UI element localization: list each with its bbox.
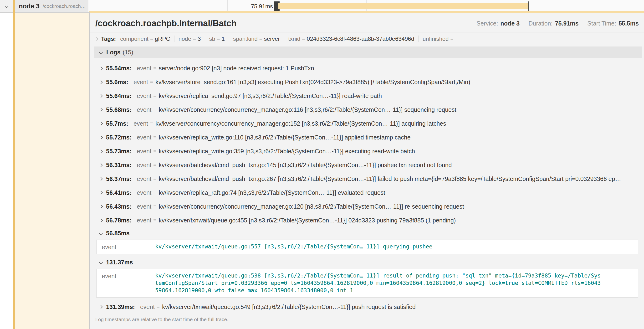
log-timestamp: 55.64ms: xyxy=(106,92,132,100)
logs-footer-note: Log timestamps are relative to the start… xyxy=(94,315,642,326)
log-timestamp: 55.7ms: xyxy=(106,120,128,127)
tag-value: 3 xyxy=(198,36,201,42)
tag-key: unfinished xyxy=(422,36,448,42)
log-message: kv/kvserver/batcheval/cmd_push_txn.go:14… xyxy=(159,162,452,168)
meta-label: Service: xyxy=(476,20,498,27)
log-row[interactable]: 56.31ms: event = kv/kvserver/batcheval/c… xyxy=(100,158,642,172)
logs-count: (15) xyxy=(123,49,133,56)
log-row[interactable]: 56.43ms: event = kv/kvserver/concurrency… xyxy=(100,200,642,213)
equals-sign: = xyxy=(217,36,220,42)
tag-key: component xyxy=(120,36,148,42)
log-row-expanded[interactable]: 131.37ms xyxy=(100,256,642,268)
chevron-down-icon xyxy=(99,50,103,54)
chevron-right-icon xyxy=(100,108,103,112)
tag-key: sb xyxy=(209,36,215,42)
log-field-key: event xyxy=(102,243,155,250)
log-field-key: event xyxy=(137,162,151,168)
tag-node: node = 3 xyxy=(178,36,201,42)
meta-value: 75.91ms xyxy=(555,20,579,27)
log-row[interactable]: 55.7ms: event = kv/kvserver/concurrency/… xyxy=(100,116,642,130)
log-message: kv/kvserver/concurrency/concurrency_mana… xyxy=(159,106,456,113)
log-message: kv/kvserver/replica_write.go:359 [n3,s3,… xyxy=(159,148,415,155)
equals-sign: = xyxy=(259,36,262,42)
log-field-key: event xyxy=(134,120,148,127)
tag-separator xyxy=(174,36,174,42)
equals-sign: = xyxy=(153,106,156,113)
log-row[interactable]: 56.78ms: event = kv/kvserver/txnwait/que… xyxy=(100,213,642,227)
log-tick-mark xyxy=(528,2,529,11)
chevron-down-icon xyxy=(99,260,103,264)
log-row[interactable]: 55.6ms: event = kv/kvserver/store_send.g… xyxy=(100,75,642,89)
selected-row-highlight-column xyxy=(15,13,90,329)
chevron-right-icon xyxy=(100,66,103,70)
equals-sign: = xyxy=(153,162,156,168)
log-timestamp: 55.68ms: xyxy=(106,106,132,113)
chevron-right-icon xyxy=(100,122,103,126)
log-timestamp: 56.43ms: xyxy=(106,203,132,210)
log-row[interactable]: 55.64ms: event = kv/kvserver/replica_sen… xyxy=(100,89,642,103)
log-message: kv/kvserver/concurrency/concurrency_mana… xyxy=(156,120,446,127)
equals-sign: = xyxy=(153,217,156,224)
log-timestamp: 131.39ms: xyxy=(106,304,135,310)
log-tick-mark xyxy=(275,2,276,11)
log-field-key: event xyxy=(137,148,151,155)
meta-duration: Duration: 75.91ms xyxy=(528,20,578,27)
log-row-expanded[interactable]: 56.85ms xyxy=(100,227,642,239)
tag-key: node xyxy=(178,36,191,42)
log-row[interactable]: 55.73ms: event = kv/kvserver/replica_wri… xyxy=(100,144,642,158)
log-message: kv/kvserver/replica_raft.go:74 [n3,s3,r6… xyxy=(159,189,385,196)
equals-sign: = xyxy=(156,304,160,310)
logs-title: Logs xyxy=(106,49,120,56)
log-event-detail: event kv/kvserver/txnwait/queue.go:557 [… xyxy=(96,240,638,254)
log-timestamp: 56.37ms: xyxy=(106,176,132,182)
equals-sign: = xyxy=(150,36,153,42)
span-duration-bar[interactable] xyxy=(278,3,528,9)
tag-sb: sb = 1 xyxy=(209,36,225,42)
log-row[interactable]: 55.68ms: event = kv/kvserver/concurrency… xyxy=(100,103,642,116)
log-timestamp: 56.41ms: xyxy=(106,189,132,196)
equals-sign: = xyxy=(153,134,156,140)
trace-span-row: node 3 /cockroach.roach… 75.91ms xyxy=(0,0,644,13)
log-row[interactable]: 55.54ms: event = server/node.go:902 [n3]… xyxy=(100,61,642,75)
log-row[interactable]: 56.37ms: event = kv/kvserver/batcheval/c… xyxy=(100,172,642,186)
logs-accordion-header[interactable]: Logs (15) xyxy=(94,46,642,58)
equals-sign: = xyxy=(450,36,453,42)
log-field-key: event xyxy=(140,304,155,310)
log-timestamp: 56.31ms: xyxy=(106,162,132,168)
log-message: server/node.go:902 [n3] node received re… xyxy=(159,65,314,72)
span-name-cell[interactable]: node 3 /cockroach.roach… xyxy=(15,0,88,12)
tag-value: server xyxy=(264,36,280,42)
log-field-key: event xyxy=(137,176,151,182)
log-field-key: event xyxy=(102,272,155,280)
collapse-span-button[interactable] xyxy=(0,0,13,12)
equals-sign: = xyxy=(153,93,156,99)
equals-sign: = xyxy=(302,36,305,42)
log-row[interactable]: 55.72ms: event = kv/kvserver/replica_wri… xyxy=(100,130,642,144)
span-detail-header: /cockroach.roachpb.Internal/Batch Servic… xyxy=(90,13,644,32)
equals-sign: = xyxy=(150,79,153,85)
tag-value: 1 xyxy=(222,36,225,42)
span-detail-panel: /cockroach.roachpb.Internal/Batch Servic… xyxy=(90,11,644,329)
log-message: kv/kvserver/replica_write.go:110 [n3,s3,… xyxy=(159,134,411,141)
log-row[interactable]: 56.41ms: event = kv/kvserver/replica_raf… xyxy=(100,186,642,200)
tag-separator xyxy=(229,36,229,42)
span-duration-label: 75.91ms xyxy=(222,3,273,10)
meta-start-time: Start Time: 55.5ms xyxy=(587,20,639,27)
tags-accordion[interactable]: Tags: component = gRPC node = 3 sb = 1 s… xyxy=(90,32,644,45)
span-meta: Service: node 3 Duration: 75.91ms Start … xyxy=(476,20,639,28)
meta-value: node 3 xyxy=(500,20,520,27)
tag-key: span.kind xyxy=(233,36,258,42)
meta-separator xyxy=(583,20,583,27)
equals-sign: = xyxy=(193,36,196,42)
log-event-detail: event kv/kvserver/txnwait/queue.go:538 [… xyxy=(96,269,638,298)
tag-txnid: txnid = 024d3323-6c8f-4863-aa8b-37ab0e63… xyxy=(288,36,414,42)
log-field-key: event xyxy=(137,217,151,224)
log-row[interactable]: 131.39ms: event = kv/kvserver/txnwait/qu… xyxy=(100,300,642,314)
chevron-right-icon xyxy=(100,177,103,181)
log-timestamp: 56.78ms: xyxy=(106,217,132,224)
equals-sign: = xyxy=(150,120,153,126)
log-timestamp: 55.54ms: xyxy=(106,65,132,72)
equals-sign: = xyxy=(153,148,156,154)
tag-span-kind: span.kind = server xyxy=(233,36,280,42)
log-field-key: event xyxy=(137,106,151,113)
